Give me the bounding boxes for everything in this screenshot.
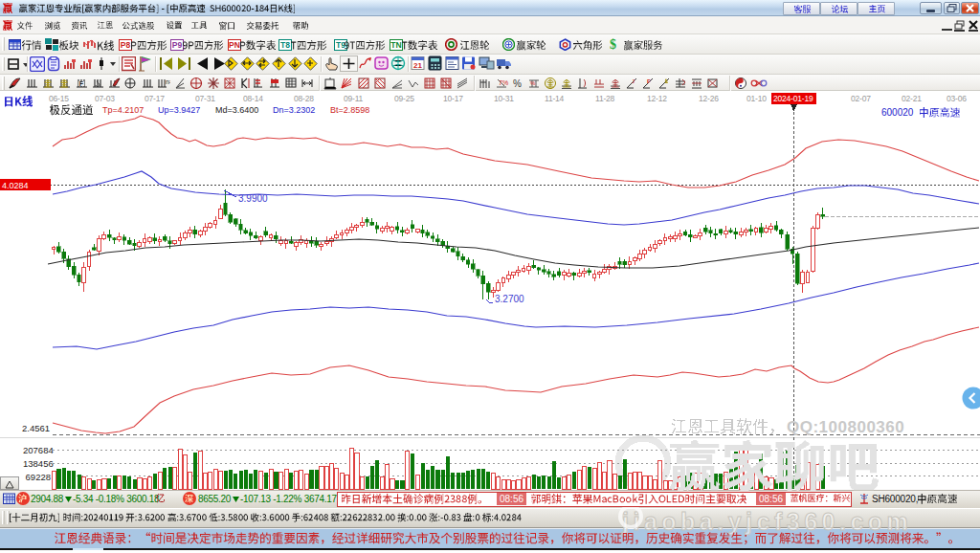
- svg-text:T8: T8: [280, 40, 290, 50]
- svg-text:P8: P8: [121, 40, 131, 50]
- svg-text:21: 21: [413, 61, 422, 70]
- svg-text:n²: n²: [166, 78, 170, 85]
- svg-text:7%: 7%: [499, 79, 508, 86]
- svg-text:TN: TN: [390, 40, 401, 50]
- svg-text:F: F: [647, 78, 651, 84]
- svg-text:P9: P9: [172, 40, 183, 50]
- svg-text:T9: T9: [336, 40, 345, 50]
- svg-text:PN: PN: [229, 40, 240, 50]
- svg-text:J: J: [632, 78, 635, 84]
- svg-text:F: F: [79, 80, 84, 87]
- svg-text:%: %: [530, 80, 536, 86]
- svg-text:%: %: [513, 78, 522, 89]
